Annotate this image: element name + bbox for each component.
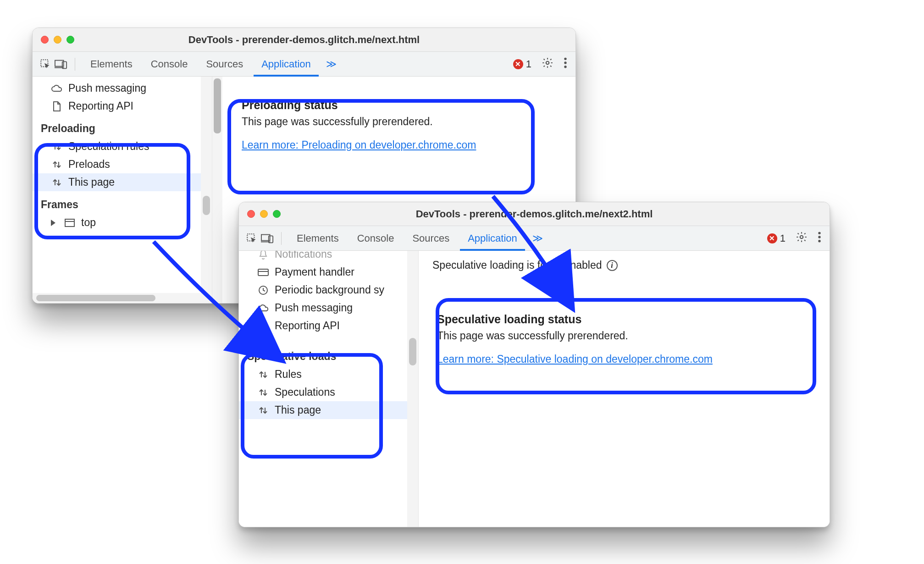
- tab-elements[interactable]: Elements: [83, 52, 140, 77]
- inspect-icon[interactable]: [39, 58, 52, 71]
- kebab-menu-icon[interactable]: [560, 57, 571, 72]
- svg-point-6: [564, 61, 566, 64]
- card-icon: [257, 266, 269, 278]
- svg-point-4: [546, 61, 549, 64]
- sidebar-item-push-messaging[interactable]: Push messaging: [239, 299, 418, 317]
- cloud-icon: [51, 83, 63, 94]
- error-badge[interactable]: ✕ 1: [509, 58, 535, 70]
- sidebar-item-payment-handler[interactable]: Payment handler: [239, 263, 418, 281]
- tab-console[interactable]: Console: [143, 52, 196, 77]
- sidebar-item-label: top: [81, 216, 96, 229]
- close-icon[interactable]: [247, 210, 255, 218]
- svg-point-17: [818, 239, 820, 242]
- learn-more-link[interactable]: Learn more: Speculative loading on devel…: [437, 353, 713, 365]
- sidebar-vscroll[interactable]: [407, 251, 418, 527]
- tab-sources[interactable]: Sources: [404, 226, 457, 251]
- gear-icon[interactable]: [538, 57, 557, 72]
- updown-icon: [51, 159, 63, 171]
- sidebar-item-label: Reporting API: [275, 320, 340, 332]
- banner-text: Speculative loading is force-enabled: [432, 259, 602, 271]
- main-vscroll[interactable]: [212, 77, 222, 303]
- sidebar-item-label: Payment handler: [275, 266, 354, 278]
- sidebar-item-label: Speculation rules: [68, 140, 149, 153]
- sidebar-item-push-messaging[interactable]: Push messaging: [33, 79, 212, 97]
- cloud-icon: [257, 302, 269, 314]
- sidebar-item-label: Speculations: [275, 386, 335, 398]
- updown-icon: [257, 369, 269, 381]
- sidebar-item-label: Notifications: [275, 251, 332, 260]
- bell-icon: [257, 251, 269, 260]
- sidebar-item-periodic-sync[interactable]: Periodic background sy: [239, 281, 418, 299]
- learn-more-link[interactable]: Learn more: Preloading on developer.chro…: [242, 139, 476, 151]
- sidebar-item-label: This page: [275, 404, 321, 416]
- updown-icon: [257, 404, 269, 416]
- sidebar-item-reporting-api[interactable]: Reporting API: [239, 317, 418, 335]
- sidebar-item-reporting-api[interactable]: Reporting API: [33, 97, 212, 115]
- tab-elements[interactable]: Elements: [289, 226, 347, 251]
- error-icon: ✕: [513, 59, 523, 69]
- devtools-tab-bar: Elements Console Sources Application ≫ ✕…: [33, 52, 575, 77]
- error-badge[interactable]: ✕ 1: [764, 232, 789, 244]
- kebab-menu-icon[interactable]: [814, 231, 825, 246]
- error-icon: ✕: [767, 233, 777, 243]
- device-toggle-icon[interactable]: [55, 58, 67, 71]
- info-icon[interactable]: i: [607, 260, 618, 271]
- traffic-lights: [33, 36, 74, 44]
- tab-application[interactable]: Application: [460, 226, 525, 251]
- minimize-icon[interactable]: [260, 210, 268, 218]
- error-count: 1: [780, 232, 786, 244]
- separator: [75, 58, 75, 71]
- svg-rect-8: [65, 219, 74, 227]
- window-title: DevTools - prerender-demos.glitch.me/nex…: [33, 34, 575, 46]
- sidebar-item-notifications[interactable]: Notifications: [239, 251, 418, 263]
- doc-icon: [51, 100, 63, 112]
- svg-point-5: [564, 57, 566, 60]
- sidebar-item-this-page[interactable]: This page: [33, 173, 212, 191]
- tab-console[interactable]: Console: [349, 226, 402, 251]
- updown-icon: [51, 177, 63, 188]
- doc-icon: [257, 320, 269, 332]
- close-icon[interactable]: [41, 36, 49, 44]
- zoom-icon[interactable]: [273, 210, 281, 218]
- sidebar-item-label: Preloads: [68, 158, 110, 171]
- sidebar-item-rules[interactable]: Rules: [239, 365, 418, 383]
- sidebar-group-speculative[interactable]: Speculative loads: [239, 335, 418, 365]
- tab-sources[interactable]: Sources: [198, 52, 251, 77]
- more-tabs-icon[interactable]: ≫: [528, 232, 548, 244]
- sidebar-vscroll[interactable]: [201, 77, 212, 303]
- error-count: 1: [526, 58, 531, 70]
- minimize-icon[interactable]: [54, 36, 61, 44]
- zoom-icon[interactable]: [66, 36, 74, 44]
- titlebar[interactable]: DevTools - prerender-demos.glitch.me/nex…: [33, 28, 575, 52]
- sidebar-item-label: This page: [68, 176, 115, 188]
- window-title: DevTools - prerender-demos.glitch.me/nex…: [239, 208, 830, 220]
- sidebar-item-top-frame[interactable]: top: [33, 214, 212, 232]
- updown-icon: [257, 387, 269, 398]
- clock-icon: [257, 284, 269, 296]
- sidebar-item-label: Push messaging: [275, 302, 353, 314]
- sidebar-item-this-page[interactable]: This page: [239, 401, 418, 419]
- sidebar-group-frames[interactable]: Frames: [33, 191, 212, 214]
- sidebar-hscroll[interactable]: [33, 293, 212, 303]
- tab-application[interactable]: Application: [254, 52, 319, 77]
- window-icon: [64, 217, 76, 229]
- sidebar-item-speculation-rules[interactable]: Speculation rules: [33, 138, 212, 155]
- gear-icon[interactable]: [792, 231, 811, 246]
- application-sidebar: Push messaging Reporting API Preloading …: [33, 77, 212, 303]
- panel-heading: Preloading status: [242, 99, 555, 112]
- svg-point-16: [818, 236, 820, 238]
- sidebar-item-speculations[interactable]: Speculations: [239, 383, 418, 401]
- sidebar-item-label: Push messaging: [68, 82, 146, 94]
- sidebar-item-preloads[interactable]: Preloads: [33, 155, 212, 173]
- titlebar[interactable]: DevTools - prerender-demos.glitch.me/nex…: [239, 202, 830, 226]
- main-panel: Speculative loading is force-enabled i S…: [419, 251, 830, 527]
- svg-rect-18: [258, 269, 268, 276]
- svg-point-15: [818, 232, 820, 234]
- sidebar-item-label: Reporting API: [68, 100, 133, 112]
- inspect-icon[interactable]: [245, 232, 258, 245]
- svg-point-7: [564, 65, 566, 67]
- device-toggle-icon[interactable]: [261, 232, 274, 245]
- sidebar-item-label: Periodic background sy: [275, 284, 384, 296]
- more-tabs-icon[interactable]: ≫: [321, 58, 341, 70]
- sidebar-group-preloading[interactable]: Preloading: [33, 115, 212, 138]
